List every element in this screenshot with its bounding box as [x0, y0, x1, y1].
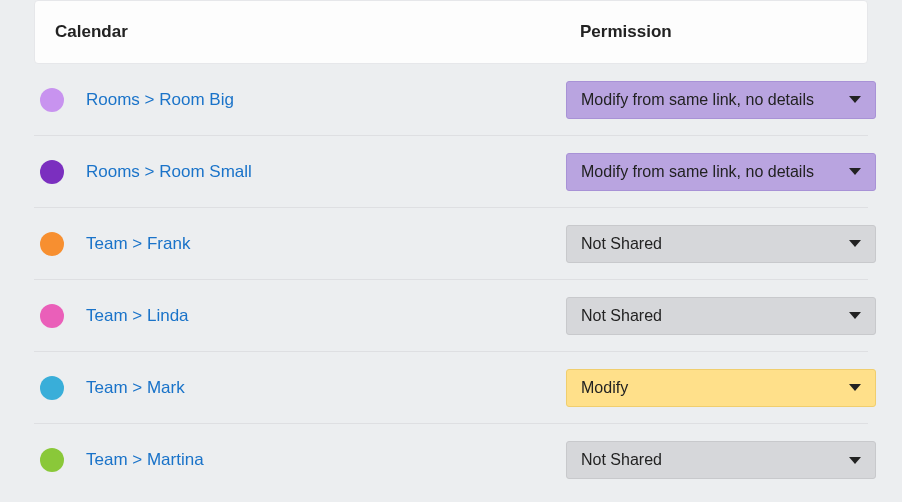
permission-select-label: Modify — [581, 379, 628, 397]
calendar-name-link[interactable]: Rooms > Room Small — [86, 162, 566, 182]
table-row: Team > FrankNot Shared — [34, 208, 868, 280]
permission-select[interactable]: Not Shared — [566, 225, 876, 263]
permission-select-label: Not Shared — [581, 307, 662, 325]
header-calendar: Calendar — [55, 22, 580, 42]
permission-cell: Modify from same link, no details — [566, 153, 876, 191]
calendar-color-swatch — [40, 376, 64, 400]
permission-select[interactable]: Not Shared — [566, 441, 876, 479]
calendar-color-swatch — [40, 160, 64, 184]
table-row: Rooms > Room SmallModify from same link,… — [34, 136, 868, 208]
permission-select-label: Not Shared — [581, 235, 662, 253]
chevron-down-icon — [849, 168, 861, 175]
calendar-color-swatch — [40, 88, 64, 112]
calendar-name-link[interactable]: Team > Mark — [86, 378, 566, 398]
permission-select[interactable]: Not Shared — [566, 297, 876, 335]
permission-select-label: Modify from same link, no details — [581, 91, 814, 109]
calendar-name-link[interactable]: Team > Linda — [86, 306, 566, 326]
header-permission: Permission — [580, 22, 847, 42]
table-row: Team > MarkModify — [34, 352, 868, 424]
calendar-color-swatch — [40, 304, 64, 328]
calendar-name-link[interactable]: Team > Martina — [86, 450, 566, 470]
permission-select[interactable]: Modify from same link, no details — [566, 81, 876, 119]
permission-select-label: Modify from same link, no details — [581, 163, 814, 181]
calendar-permissions-table: Calendar Permission Rooms > Room BigModi… — [0, 0, 902, 496]
permission-cell: Not Shared — [566, 225, 876, 263]
table-row: Rooms > Room BigModify from same link, n… — [34, 64, 868, 136]
permission-cell: Modify — [566, 369, 876, 407]
chevron-down-icon — [849, 312, 861, 319]
permission-cell: Not Shared — [566, 297, 876, 335]
table-row: Team > LindaNot Shared — [34, 280, 868, 352]
chevron-down-icon — [849, 240, 861, 247]
permission-select-label: Not Shared — [581, 451, 662, 469]
permission-select[interactable]: Modify — [566, 369, 876, 407]
chevron-down-icon — [849, 384, 861, 391]
table-body: Rooms > Room BigModify from same link, n… — [34, 64, 868, 496]
permission-cell: Modify from same link, no details — [566, 81, 876, 119]
calendar-color-swatch — [40, 232, 64, 256]
chevron-down-icon — [849, 457, 861, 464]
calendar-name-link[interactable]: Rooms > Room Big — [86, 90, 566, 110]
table-header: Calendar Permission — [34, 0, 868, 64]
calendar-color-swatch — [40, 448, 64, 472]
calendar-name-link[interactable]: Team > Frank — [86, 234, 566, 254]
table-row: Team > MartinaNot Shared — [34, 424, 868, 496]
chevron-down-icon — [849, 96, 861, 103]
permission-select[interactable]: Modify from same link, no details — [566, 153, 876, 191]
permission-cell: Not Shared — [566, 441, 876, 479]
